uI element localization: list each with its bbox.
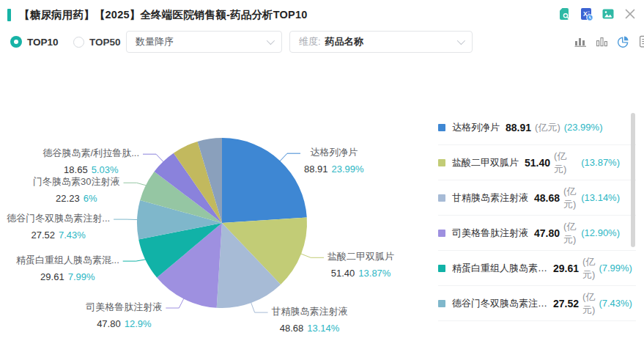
drug-analysis-panel: 【糖尿病用药】【2025】全终端医院销售额-药品分析TOP10 X TOP10 … [0,0,644,352]
pie-label-name: 德谷胰岛素/利拉鲁肽... [43,146,139,161]
pie-slice[interactable] [222,138,307,223]
legend-percent: (13.14%) [581,192,620,203]
pie-label-value: 51.4013.87% [327,266,394,281]
header-actions: X [557,7,637,21]
pie-slice-label: 甘精胰岛素注射液48.6813.14% [272,304,348,336]
legend-color-swatch [438,124,445,131]
pie-label-name: 达格列净片 [304,145,364,160]
legend-name: 司美格鲁肽注射液 [452,227,528,240]
legend-item[interactable]: 德谷门冬双胰岛素注… 27.52 (亿元) (7.43%) [438,286,636,321]
legend-item[interactable]: 精蛋白重组人胰岛素… 29.61 (亿元) (7.99%) [438,251,636,286]
pie-label-line [300,254,324,258]
pie-chart: 达格列净片88.9123.99%盐酸二甲双胍片51.4013.87%甘精胰岛素注… [0,0,440,352]
legend-item[interactable]: 盐酸二甲双胍片 51.40 (亿元) (13.87%) [438,145,636,180]
legend-percent: (7.43%) [599,298,632,309]
table-icon[interactable] [637,34,644,48]
legend-panel: 达格列净片 88.91 (亿元) (23.99%) 盐酸二甲双胍片 51.40 … [438,110,636,330]
legend-unit: (亿元) [535,121,560,134]
legend-value: 27.52 [553,298,579,309]
legend-value: 29.61 [553,263,579,274]
chevron-down-icon [457,37,465,45]
pie-label-name: 甘精胰岛素注射液 [272,304,348,319]
pie-label-name: 司美格鲁肽注射液 [86,300,162,315]
legend-color-swatch [438,230,445,237]
pie-label-name: 德谷门冬双胰岛素注射... [7,211,110,226]
excel-export-icon[interactable]: X [579,7,593,21]
legend-unit: (亿元) [582,290,595,317]
pie-slice-label: 达格列净片88.9123.99% [304,145,364,177]
legend-color-swatch [438,159,445,166]
legend-percent: (12.90%) [581,227,620,238]
pie-slice-label: 德谷胰岛素/利拉鲁肽...18.655.03% [43,146,139,177]
legend-value: 47.80 [534,227,560,239]
legend-name: 德谷门冬双胰岛素注… [452,297,547,310]
pie-slice-label: 德谷门冬双胰岛素注射...27.527.43% [7,211,110,243]
legend-color-swatch [438,300,445,307]
pie-slice-label: 盐酸二甲双胍片51.4013.87% [327,249,394,281]
pie-label-name: 精蛋白重组人胰岛素混... [16,253,119,268]
pie-label-value: 88.9123.99% [304,162,364,177]
legend-item[interactable]: 甘精胰岛素注射液 48.68 (亿元) (13.14%) [438,180,636,216]
pie-label-value: 48.6813.14% [272,321,348,336]
pie-label-value: 22.236% [33,191,119,206]
pie-label-line [166,298,184,308]
close-icon[interactable] [623,7,637,21]
legend-scrollbar[interactable] [631,113,635,247]
legend-value: 48.68 [534,192,560,204]
pie-label-line [123,260,147,261]
bar-chart-icon[interactable] [574,34,588,48]
pie-label-line [251,302,267,312]
image-export-icon[interactable] [601,7,615,21]
pie-label-value: 29.617.99% [16,270,119,285]
pie-slice-label: 精蛋白重组人胰岛素混...29.617.99% [16,253,119,285]
legend-item[interactable]: 司美格鲁肽注射液 47.80 (亿元) (12.90%) [438,216,636,251]
pie-slice-label: 门冬胰岛素30注射液22.236% [33,175,119,206]
pie-slice-label: 司美格鲁肽注射液47.8012.9% [86,300,162,331]
legend-unit: (亿元) [563,185,577,211]
column-chart-icon[interactable] [595,34,609,48]
legend-name: 达格列净片 [452,121,500,134]
legend-color-swatch [438,194,445,202]
pie-label-line [124,183,147,186]
pie-label-line [143,154,163,162]
pie-label-value: 27.527.43% [7,228,110,243]
legend-name: 盐酸二甲双胍片 [452,156,519,169]
legend-unit: (亿元) [582,255,595,282]
legend-percent: (23.99%) [564,122,603,133]
document-search-icon[interactable] [557,7,571,21]
pie-label-name: 盐酸二甲双胍片 [327,249,394,264]
pie-label-value: 18.655.03% [43,163,139,177]
legend-percent: (7.99%) [599,263,632,274]
legend-percent: (13.87%) [581,157,620,168]
legend-unit: (亿元) [554,150,577,176]
chart-type-switcher [574,34,644,48]
legend-value: 51.40 [525,157,550,169]
legend-name: 甘精胰岛素注射液 [452,191,528,205]
legend-unit: (亿元) [563,220,577,246]
legend-color-swatch [438,265,445,272]
pie-chart-icon[interactable] [616,34,630,48]
pie-label-line [280,153,300,161]
legend-item[interactable]: 达格列净片 88.91 (亿元) (23.99%) [438,110,636,145]
pie-label-value: 47.8012.9% [86,317,162,331]
pie-label-line [114,219,138,220]
legend-value: 88.91 [506,122,531,133]
legend-name: 精蛋白重组人胰岛素… [452,262,547,275]
